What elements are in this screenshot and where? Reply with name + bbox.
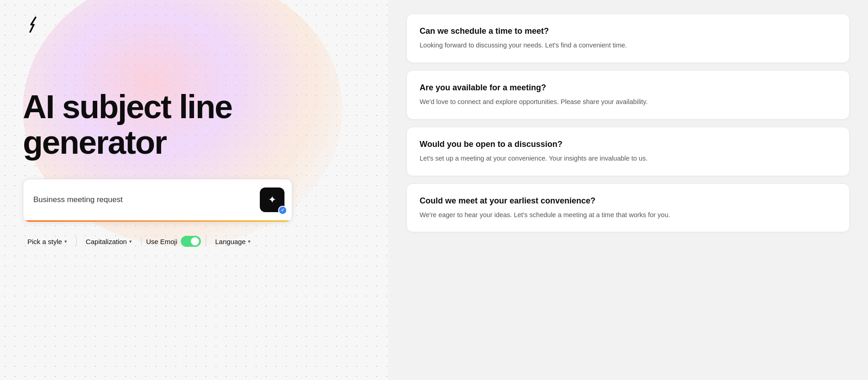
result-card-title: Are you available for a meeting? bbox=[420, 83, 836, 93]
result-card-body: We're eager to hear your ideas. Let's sc… bbox=[420, 210, 836, 220]
separator-1 bbox=[76, 237, 77, 245]
pick-style-label: Pick a style bbox=[27, 238, 62, 245]
sparkle-icon: ✦ bbox=[268, 195, 276, 205]
capitalization-chevron-icon: ▾ bbox=[129, 239, 132, 245]
emoji-toggle-wrapper: Use Emoji bbox=[146, 236, 201, 247]
capitalization-button[interactable]: Capitalization ▾ bbox=[81, 235, 137, 248]
capitalization-label: Capitalization bbox=[86, 238, 127, 245]
input-progress-bar bbox=[23, 220, 292, 222]
result-card-title: Would you be open to a discussion? bbox=[420, 139, 836, 150]
subject-input[interactable] bbox=[33, 195, 256, 204]
toggle-slider bbox=[181, 236, 201, 247]
separator-3 bbox=[205, 237, 206, 245]
result-card-title: Can we schedule a time to meet? bbox=[420, 26, 836, 36]
result-card[interactable]: Would you be open to a discussion?Let's … bbox=[406, 127, 850, 176]
emoji-toggle[interactable] bbox=[181, 236, 201, 247]
controls-row: Pick a style ▾ Capitalization ▾ Use Emoj… bbox=[23, 235, 361, 248]
subject-input-container: ✦ bbox=[23, 179, 292, 222]
page-title: AI subject line generator bbox=[23, 89, 361, 161]
result-card[interactable]: Are you available for a meeting?We'd lov… bbox=[406, 70, 850, 120]
brand-logo bbox=[23, 15, 43, 35]
left-panel: AI subject line generator ✦ Pick a style… bbox=[0, 0, 388, 380]
pick-style-button[interactable]: Pick a style ▾ bbox=[23, 235, 72, 248]
result-card-body: Let's set up a meeting at your convenien… bbox=[420, 153, 836, 163]
result-card-body: Looking forward to discussing your needs… bbox=[420, 40, 836, 50]
language-label: Language bbox=[215, 238, 246, 245]
results-panel: Can we schedule a time to meet?Looking f… bbox=[388, 0, 868, 380]
language-chevron-icon: ▾ bbox=[248, 239, 251, 245]
generate-button[interactable]: ✦ bbox=[260, 187, 284, 212]
result-card[interactable]: Could we meet at your earliest convenien… bbox=[406, 183, 850, 233]
check-badge bbox=[278, 206, 287, 215]
style-chevron-icon: ▾ bbox=[64, 239, 67, 245]
result-card-title: Could we meet at your earliest convenien… bbox=[420, 196, 836, 206]
result-card-body: We'd love to connect and explore opportu… bbox=[420, 97, 836, 107]
emoji-label: Use Emoji bbox=[146, 238, 177, 245]
result-card[interactable]: Can we schedule a time to meet?Looking f… bbox=[406, 14, 850, 63]
separator-2 bbox=[141, 237, 142, 245]
language-button[interactable]: Language ▾ bbox=[210, 235, 255, 248]
